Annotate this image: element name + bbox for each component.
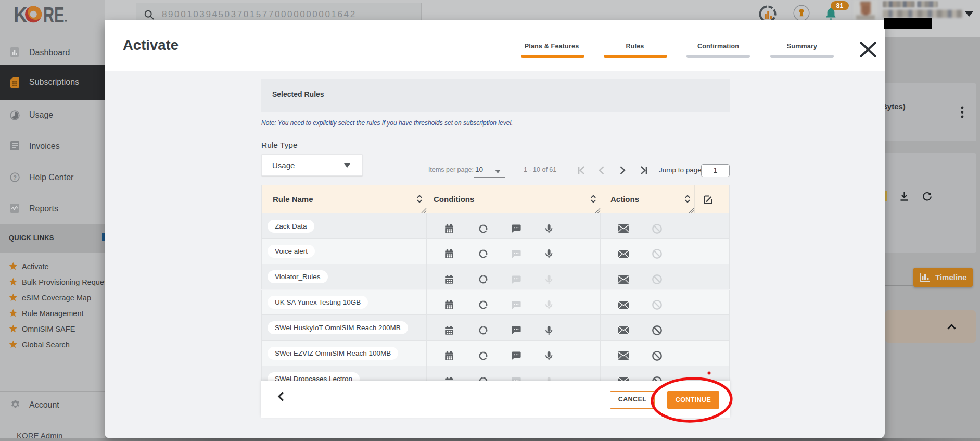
svg-text:RE: RE xyxy=(43,4,65,24)
svg-text:?: ? xyxy=(13,174,17,181)
